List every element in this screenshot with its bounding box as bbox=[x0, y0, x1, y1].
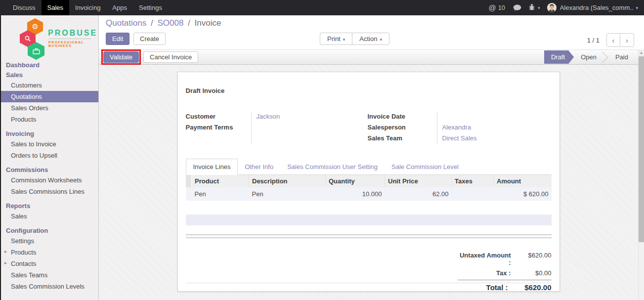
sidebar-item-sales-commission-levels[interactable]: Sales Commission Levels bbox=[1, 281, 98, 292]
topbar-systray: @ 10 ▾ Alexandra (Sales_comm.. ▾ bbox=[488, 0, 644, 15]
sidebar-header-invoicing: Invoicing bbox=[1, 129, 98, 138]
at-icon: @ bbox=[488, 3, 496, 12]
chevron-down-icon: ▾ bbox=[343, 37, 345, 42]
column-quantity[interactable]: Quantity bbox=[326, 175, 385, 187]
sidebar-item-config-contacts[interactable]: ▸Contacts bbox=[1, 258, 98, 269]
invoice-title: Draft Invoice bbox=[186, 87, 552, 94]
field-group-right: Invoice Date Salesperson Sales Team Alex… bbox=[368, 111, 552, 144]
sidebar-item-products[interactable]: Products bbox=[1, 114, 98, 125]
salesperson-label: Salesperson bbox=[368, 122, 437, 133]
action-dropdown-button[interactable]: Action▾ bbox=[352, 33, 389, 45]
top-menu-settings[interactable]: Settings bbox=[133, 0, 168, 15]
sheet-footer-divider bbox=[186, 283, 552, 283]
sidebar-item-sales-commissions-lines[interactable]: Sales Commissions Lines bbox=[1, 186, 98, 197]
breadcrumb-link-quotations[interactable]: Quotations bbox=[106, 18, 146, 28]
cell-taxes[interactable] bbox=[452, 187, 494, 201]
user-menu[interactable]: Alexandra (Sales_comm.. ▾ bbox=[547, 3, 638, 12]
sidebar-item-sales-to-invoice[interactable]: Sales to Invoice bbox=[1, 138, 98, 150]
debug-menu-button[interactable]: ▾ bbox=[528, 3, 540, 12]
sidebar-item-config-products[interactable]: ▸Products bbox=[1, 247, 98, 258]
sidebar-item-orders-to-upsell[interactable]: Orders to Upsell bbox=[1, 150, 98, 161]
total-value: $620.00 bbox=[516, 283, 552, 292]
sidebar-item-customers[interactable]: Customers bbox=[1, 80, 98, 91]
edit-button[interactable]: Edit bbox=[106, 33, 129, 45]
expand-caret-icon[interactable]: ▸ bbox=[4, 249, 7, 254]
payment-terms-value[interactable] bbox=[257, 122, 280, 133]
chat-icon[interactable] bbox=[513, 4, 521, 11]
inbox-button[interactable]: @ 10 bbox=[488, 3, 505, 12]
sidebar-item-sales-teams[interactable]: Sales Teams bbox=[1, 269, 98, 281]
cancel-invoice-button[interactable]: Cancel Invoice bbox=[143, 51, 198, 63]
tab-sale-commission-level[interactable]: Sale Commission Level bbox=[385, 159, 466, 174]
pager-buttons: ‹ › bbox=[606, 33, 634, 47]
validate-button[interactable]: Validate bbox=[103, 51, 139, 63]
field-values: Jackson bbox=[252, 111, 280, 144]
top-menu-sales[interactable]: Sales bbox=[42, 0, 70, 15]
sales-team-value[interactable]: Direct Sales bbox=[442, 133, 477, 144]
payment-terms-label: Payment Terms bbox=[186, 122, 251, 133]
create-button[interactable]: Create bbox=[133, 33, 166, 45]
tab-sales-commission-user-setting[interactable]: Sales Commission User Setting bbox=[280, 159, 385, 174]
cell-description[interactable]: Pen bbox=[249, 187, 326, 201]
column-taxes[interactable]: Taxes bbox=[452, 175, 494, 187]
status-paid[interactable]: Paid bbox=[608, 50, 635, 64]
tab-other-info[interactable]: Other Info bbox=[238, 159, 280, 174]
sidebar-header-dashboard[interactable]: Dashboard bbox=[1, 60, 98, 70]
breadcrumb-link-so008[interactable]: SO008 bbox=[157, 18, 183, 28]
salesperson-value[interactable]: Alexandra bbox=[442, 122, 477, 133]
tab-invoice-lines[interactable]: Invoice Lines bbox=[186, 159, 238, 175]
top-menu-discuss[interactable]: Discuss bbox=[7, 0, 42, 15]
cell-quantity[interactable]: 10.000 bbox=[326, 187, 385, 201]
print-dropdown-button[interactable]: Print▾ bbox=[320, 33, 352, 45]
cell-product[interactable]: Pen bbox=[192, 187, 249, 201]
breadcrumb-current: Invoice bbox=[195, 18, 221, 28]
avatar bbox=[547, 3, 557, 12]
breadcrumb: Quotations / SO008 / Invoice bbox=[106, 18, 637, 31]
cell-unit-price[interactable]: 62.00 bbox=[385, 187, 452, 201]
sidebar-header-sales[interactable]: Sales bbox=[1, 70, 98, 80]
inbox-count: 10 bbox=[498, 4, 505, 11]
chevron-down-icon: ▾ bbox=[636, 5, 638, 10]
sidebar-item-commission-worksheets[interactable]: Commission Worksheets bbox=[1, 174, 98, 186]
control-panel: Quotations / SO008 / Invoice Edit Create… bbox=[99, 15, 644, 49]
top-menu-invoicing[interactable]: Invoicing bbox=[69, 0, 106, 15]
scrollbar-up-arrow-icon[interactable]: ▲ bbox=[639, 49, 644, 56]
vertical-scrollbar[interactable]: ▲ bbox=[638, 49, 644, 300]
customer-label: Customer bbox=[186, 111, 251, 122]
column-unit-price[interactable]: Unit Price bbox=[385, 175, 452, 187]
top-menu-apps[interactable]: Apps bbox=[106, 0, 133, 15]
sidebar-item-quotations[interactable]: Quotations bbox=[1, 91, 98, 102]
top-navbar: Discuss Sales Invoicing Apps Settings @ … bbox=[0, 0, 644, 15]
column-description[interactable]: Description bbox=[249, 175, 326, 187]
breadcrumb-separator: / bbox=[188, 18, 190, 28]
scrollbar-thumb[interactable] bbox=[639, 56, 644, 242]
empty-row-band bbox=[186, 214, 552, 225]
pager-prev-button[interactable]: ‹ bbox=[607, 34, 620, 46]
form-view-area: Draft Invoice Customer Payment Terms Jac… bbox=[99, 65, 638, 285]
tax-value: $0.00 bbox=[519, 269, 552, 277]
logo-brand-text: PROBUSE bbox=[48, 29, 97, 38]
customer-value[interactable]: Jackson bbox=[257, 111, 280, 122]
invoice-lines-table: Product Description Quantity Unit Price … bbox=[186, 175, 552, 201]
sidebar-item-settings[interactable]: Settings bbox=[1, 235, 98, 247]
pager-next-button[interactable]: › bbox=[620, 34, 634, 46]
invoice-date-value[interactable] bbox=[442, 111, 477, 122]
untaxed-amount-value: $620.00 bbox=[519, 252, 552, 259]
action-label: Action bbox=[359, 35, 377, 43]
statusbar: Validate Cancel Invoice Draft Open Paid bbox=[99, 49, 638, 65]
status-draft[interactable]: Draft bbox=[544, 50, 574, 64]
sidebar-item-sales-orders[interactable]: Sales Orders bbox=[1, 102, 98, 114]
chevron-down-icon: ▾ bbox=[538, 5, 540, 10]
action-button-group: Print▾ Action▾ bbox=[320, 33, 389, 45]
cell-amount[interactable]: $ 620.00 bbox=[494, 187, 552, 201]
field-group-left: Customer Payment Terms Jackson bbox=[186, 111, 368, 144]
logo-tagline: PROFESSIONAL BUSINESS bbox=[48, 41, 98, 47]
column-product[interactable]: Product bbox=[192, 175, 249, 187]
horizontal-scrollbar[interactable] bbox=[186, 234, 552, 238]
print-label: Print bbox=[327, 35, 341, 43]
invoice-date-label: Invoice Date bbox=[368, 111, 437, 122]
expand-caret-icon[interactable]: ▸ bbox=[4, 260, 7, 265]
sidebar-item-reports-sales[interactable]: Sales bbox=[1, 211, 98, 222]
table-row[interactable]: Pen Pen 10.000 62.00 $ 620.00 bbox=[186, 187, 552, 201]
column-amount[interactable]: Amount bbox=[494, 175, 552, 187]
